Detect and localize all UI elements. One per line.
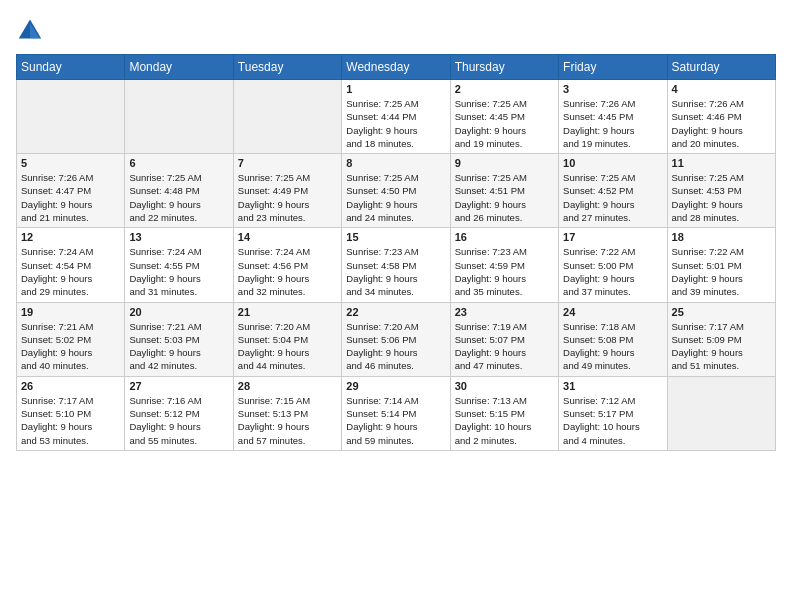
calendar-cell: 26Sunrise: 7:17 AMSunset: 5:10 PMDayligh… xyxy=(17,376,125,450)
calendar-cell: 28Sunrise: 7:15 AMSunset: 5:13 PMDayligh… xyxy=(233,376,341,450)
calendar-cell: 6Sunrise: 7:25 AMSunset: 4:48 PMDaylight… xyxy=(125,154,233,228)
day-info: Sunrise: 7:25 AMSunset: 4:51 PMDaylight:… xyxy=(455,171,554,224)
day-info: Sunrise: 7:25 AMSunset: 4:53 PMDaylight:… xyxy=(672,171,771,224)
day-number: 7 xyxy=(238,157,337,169)
col-header-monday: Monday xyxy=(125,55,233,80)
day-info: Sunrise: 7:26 AMSunset: 4:47 PMDaylight:… xyxy=(21,171,120,224)
day-info: Sunrise: 7:25 AMSunset: 4:52 PMDaylight:… xyxy=(563,171,662,224)
day-number: 5 xyxy=(21,157,120,169)
day-number: 13 xyxy=(129,231,228,243)
day-info: Sunrise: 7:25 AMSunset: 4:50 PMDaylight:… xyxy=(346,171,445,224)
col-header-thursday: Thursday xyxy=(450,55,558,80)
calendar-cell: 23Sunrise: 7:19 AMSunset: 5:07 PMDayligh… xyxy=(450,302,558,376)
logo-icon xyxy=(16,16,44,44)
day-info: Sunrise: 7:17 AMSunset: 5:10 PMDaylight:… xyxy=(21,394,120,447)
col-header-tuesday: Tuesday xyxy=(233,55,341,80)
calendar-cell xyxy=(667,376,775,450)
calendar-cell: 17Sunrise: 7:22 AMSunset: 5:00 PMDayligh… xyxy=(559,228,667,302)
day-info: Sunrise: 7:25 AMSunset: 4:44 PMDaylight:… xyxy=(346,97,445,150)
day-info: Sunrise: 7:24 AMSunset: 4:54 PMDaylight:… xyxy=(21,245,120,298)
day-info: Sunrise: 7:24 AMSunset: 4:55 PMDaylight:… xyxy=(129,245,228,298)
calendar-week-row: 19Sunrise: 7:21 AMSunset: 5:02 PMDayligh… xyxy=(17,302,776,376)
day-info: Sunrise: 7:16 AMSunset: 5:12 PMDaylight:… xyxy=(129,394,228,447)
calendar-cell: 8Sunrise: 7:25 AMSunset: 4:50 PMDaylight… xyxy=(342,154,450,228)
calendar-cell: 29Sunrise: 7:14 AMSunset: 5:14 PMDayligh… xyxy=(342,376,450,450)
day-info: Sunrise: 7:13 AMSunset: 5:15 PMDaylight:… xyxy=(455,394,554,447)
day-number: 19 xyxy=(21,306,120,318)
calendar-cell: 15Sunrise: 7:23 AMSunset: 4:58 PMDayligh… xyxy=(342,228,450,302)
day-info: Sunrise: 7:12 AMSunset: 5:17 PMDaylight:… xyxy=(563,394,662,447)
calendar-table: SundayMondayTuesdayWednesdayThursdayFrid… xyxy=(16,54,776,451)
calendar-week-row: 5Sunrise: 7:26 AMSunset: 4:47 PMDaylight… xyxy=(17,154,776,228)
day-number: 29 xyxy=(346,380,445,392)
calendar-week-row: 1Sunrise: 7:25 AMSunset: 4:44 PMDaylight… xyxy=(17,80,776,154)
calendar-cell: 20Sunrise: 7:21 AMSunset: 5:03 PMDayligh… xyxy=(125,302,233,376)
day-info: Sunrise: 7:14 AMSunset: 5:14 PMDaylight:… xyxy=(346,394,445,447)
day-number: 30 xyxy=(455,380,554,392)
day-number: 2 xyxy=(455,83,554,95)
day-info: Sunrise: 7:17 AMSunset: 5:09 PMDaylight:… xyxy=(672,320,771,373)
day-number: 21 xyxy=(238,306,337,318)
calendar-cell xyxy=(125,80,233,154)
calendar-cell: 5Sunrise: 7:26 AMSunset: 4:47 PMDaylight… xyxy=(17,154,125,228)
day-info: Sunrise: 7:25 AMSunset: 4:45 PMDaylight:… xyxy=(455,97,554,150)
day-number: 1 xyxy=(346,83,445,95)
calendar-cell: 24Sunrise: 7:18 AMSunset: 5:08 PMDayligh… xyxy=(559,302,667,376)
day-number: 20 xyxy=(129,306,228,318)
day-number: 23 xyxy=(455,306,554,318)
day-number: 14 xyxy=(238,231,337,243)
day-info: Sunrise: 7:20 AMSunset: 5:04 PMDaylight:… xyxy=(238,320,337,373)
logo xyxy=(16,16,48,44)
calendar-cell: 7Sunrise: 7:25 AMSunset: 4:49 PMDaylight… xyxy=(233,154,341,228)
day-info: Sunrise: 7:24 AMSunset: 4:56 PMDaylight:… xyxy=(238,245,337,298)
day-number: 22 xyxy=(346,306,445,318)
day-number: 11 xyxy=(672,157,771,169)
day-number: 12 xyxy=(21,231,120,243)
day-info: Sunrise: 7:23 AMSunset: 4:58 PMDaylight:… xyxy=(346,245,445,298)
day-number: 18 xyxy=(672,231,771,243)
calendar-cell: 11Sunrise: 7:25 AMSunset: 4:53 PMDayligh… xyxy=(667,154,775,228)
calendar-cell: 2Sunrise: 7:25 AMSunset: 4:45 PMDaylight… xyxy=(450,80,558,154)
calendar-cell: 31Sunrise: 7:12 AMSunset: 5:17 PMDayligh… xyxy=(559,376,667,450)
calendar-cell: 12Sunrise: 7:24 AMSunset: 4:54 PMDayligh… xyxy=(17,228,125,302)
page-header xyxy=(16,16,776,44)
day-info: Sunrise: 7:21 AMSunset: 5:03 PMDaylight:… xyxy=(129,320,228,373)
calendar-cell: 27Sunrise: 7:16 AMSunset: 5:12 PMDayligh… xyxy=(125,376,233,450)
day-number: 27 xyxy=(129,380,228,392)
col-header-wednesday: Wednesday xyxy=(342,55,450,80)
calendar-cell: 18Sunrise: 7:22 AMSunset: 5:01 PMDayligh… xyxy=(667,228,775,302)
day-info: Sunrise: 7:26 AMSunset: 4:46 PMDaylight:… xyxy=(672,97,771,150)
day-number: 8 xyxy=(346,157,445,169)
day-number: 26 xyxy=(21,380,120,392)
day-info: Sunrise: 7:15 AMSunset: 5:13 PMDaylight:… xyxy=(238,394,337,447)
calendar-cell: 14Sunrise: 7:24 AMSunset: 4:56 PMDayligh… xyxy=(233,228,341,302)
calendar-cell: 21Sunrise: 7:20 AMSunset: 5:04 PMDayligh… xyxy=(233,302,341,376)
calendar-cell: 16Sunrise: 7:23 AMSunset: 4:59 PMDayligh… xyxy=(450,228,558,302)
day-info: Sunrise: 7:22 AMSunset: 5:00 PMDaylight:… xyxy=(563,245,662,298)
day-info: Sunrise: 7:26 AMSunset: 4:45 PMDaylight:… xyxy=(563,97,662,150)
day-number: 17 xyxy=(563,231,662,243)
calendar-cell xyxy=(233,80,341,154)
day-number: 3 xyxy=(563,83,662,95)
col-header-friday: Friday xyxy=(559,55,667,80)
day-number: 15 xyxy=(346,231,445,243)
day-number: 4 xyxy=(672,83,771,95)
calendar-cell: 30Sunrise: 7:13 AMSunset: 5:15 PMDayligh… xyxy=(450,376,558,450)
day-info: Sunrise: 7:18 AMSunset: 5:08 PMDaylight:… xyxy=(563,320,662,373)
day-number: 28 xyxy=(238,380,337,392)
day-info: Sunrise: 7:23 AMSunset: 4:59 PMDaylight:… xyxy=(455,245,554,298)
calendar-cell: 9Sunrise: 7:25 AMSunset: 4:51 PMDaylight… xyxy=(450,154,558,228)
col-header-sunday: Sunday xyxy=(17,55,125,80)
calendar-week-row: 26Sunrise: 7:17 AMSunset: 5:10 PMDayligh… xyxy=(17,376,776,450)
day-info: Sunrise: 7:20 AMSunset: 5:06 PMDaylight:… xyxy=(346,320,445,373)
calendar-cell: 10Sunrise: 7:25 AMSunset: 4:52 PMDayligh… xyxy=(559,154,667,228)
day-number: 10 xyxy=(563,157,662,169)
calendar-cell: 1Sunrise: 7:25 AMSunset: 4:44 PMDaylight… xyxy=(342,80,450,154)
col-header-saturday: Saturday xyxy=(667,55,775,80)
day-number: 31 xyxy=(563,380,662,392)
calendar-cell: 22Sunrise: 7:20 AMSunset: 5:06 PMDayligh… xyxy=(342,302,450,376)
calendar-header-row: SundayMondayTuesdayWednesdayThursdayFrid… xyxy=(17,55,776,80)
day-info: Sunrise: 7:25 AMSunset: 4:48 PMDaylight:… xyxy=(129,171,228,224)
calendar-cell: 13Sunrise: 7:24 AMSunset: 4:55 PMDayligh… xyxy=(125,228,233,302)
calendar-week-row: 12Sunrise: 7:24 AMSunset: 4:54 PMDayligh… xyxy=(17,228,776,302)
